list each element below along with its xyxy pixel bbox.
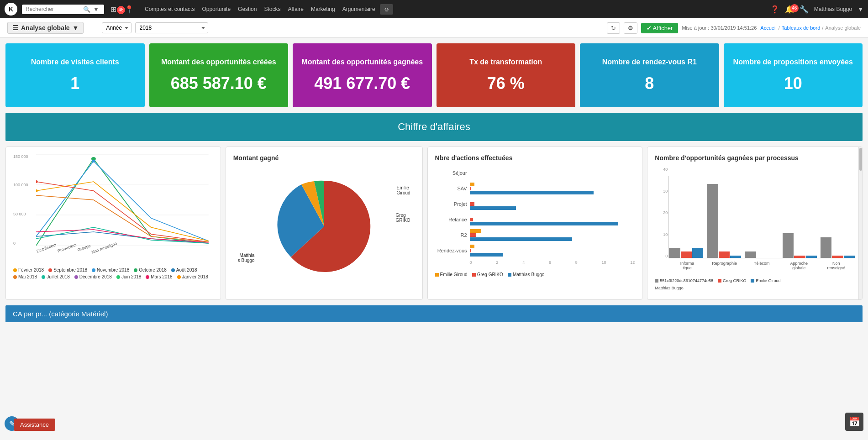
nav-gestion[interactable]: Gestion <box>238 6 257 12</box>
kpi-opportunites-gagnees[interactable]: Montant des opportunités gagnées 491 677… <box>293 43 432 107</box>
title-dropdown-icon[interactable]: ▼ <box>73 24 79 31</box>
xaxis-4: 4 <box>522 260 525 265</box>
kpi-tx-title: Tx de transformation <box>469 58 542 67</box>
chart-pie-montant[interactable]: Montant gagné EmilieGiroud GregGRIKO Mat… <box>226 147 423 300</box>
nav-opportunite[interactable]: Opportunité <box>202 6 231 12</box>
vbar-legend-dot-emilie <box>751 279 754 283</box>
legend-dot-7 <box>74 275 78 279</box>
x-label-producteur: Producteur <box>57 242 78 253</box>
chart-line-sales[interactable]: 150 000 100 000 50 000 0 <box>5 147 221 300</box>
legend-item-10: Janvier 2018 <box>177 274 208 279</box>
page-title[interactable]: ☰ Analyse globale ▼ <box>7 22 84 34</box>
line-chart-area: 150 000 100 000 50 000 0 <box>13 154 213 264</box>
nav-right-section: ❓ 🔔 46 🔧 Matthias Buggo ▼ <box>770 5 863 14</box>
nav-argumentaire[interactable]: Argumentaire <box>342 6 375 12</box>
legend-label-6: Juillet 2018 <box>47 274 70 279</box>
y-10: 10 <box>655 232 668 237</box>
legend-label-5: Mai 2018 <box>18 274 37 279</box>
filter-icon[interactable]: ▼ <box>93 6 99 13</box>
scroll-thumb[interactable] <box>859 148 862 171</box>
breadcrumb-current: Analyse globale <box>825 25 861 31</box>
afficher-button[interactable]: ✔ Afficher <box>641 23 679 33</box>
user-menu[interactable]: Matthias Buggo <box>814 6 852 12</box>
hbar-seg <box>470 222 619 225</box>
chart-vbar-opp[interactable]: Nombre d'opportunités gagnées par proces… <box>647 147 863 300</box>
hbar-legend-label-matthias: Matthias Buggo <box>513 272 545 277</box>
legend-item-5: Mai 2018 <box>13 274 37 279</box>
legend-label-2: Novembre 2018 <box>97 267 129 272</box>
legend-label-7: Décembre 2018 <box>79 274 112 279</box>
active-module-icon[interactable]: ☺ <box>380 4 393 15</box>
hbar-label-sav: SAV <box>435 186 467 191</box>
vbar-bar <box>719 251 730 258</box>
section-header-ca: Chiffre d'affaires <box>5 113 863 141</box>
kpi-visites-title: Nombre de visites clients <box>31 58 119 67</box>
vbar-group-approche <box>783 233 817 258</box>
hbar-seg <box>470 218 473 221</box>
vbar-legend-label-1: 551c3f220dc3610744774e58 <box>660 278 713 283</box>
hbar-xaxis: 0 2 4 6 8 10 12 <box>435 260 635 265</box>
hbar-seg <box>470 233 476 237</box>
hbar-bars-projet <box>470 198 635 210</box>
y-30: 30 <box>655 189 668 194</box>
vbar-bar <box>745 251 756 258</box>
app-logo[interactable]: K <box>5 3 17 16</box>
hbar-row-rdv: Rendez-vous <box>435 245 635 257</box>
vbar-legend-1: 551c3f220dc3610744774e58 <box>655 278 713 283</box>
chart-vbar-title: Nombre d'opportunités gagnées par proces… <box>655 154 855 162</box>
nav-marketing[interactable]: Marketing <box>311 6 335 12</box>
line-chart-svg <box>36 154 209 246</box>
kpi-tx-transformation[interactable]: Tx de transformation 76 % <box>437 43 576 107</box>
nav-stocks[interactable]: Stocks <box>264 6 280 12</box>
hbar-seg <box>470 206 516 210</box>
hbar-seg <box>470 191 594 194</box>
legend-item-6: Juillet 2018 <box>42 274 70 279</box>
settings-button[interactable]: ⚙ <box>624 22 637 34</box>
bell-group[interactable]: 🔔 46 <box>785 5 794 14</box>
vbar-group-non-renseigne <box>821 237 855 258</box>
svg-point-5 <box>36 180 38 183</box>
period-value-select[interactable]: 2018 <box>135 22 208 33</box>
hbar-row-projet: Projet <box>435 198 635 210</box>
bell-badge: 46 <box>790 4 799 12</box>
y-label-50k: 50 000 <box>13 212 26 216</box>
hbar-label-r2: R2 <box>435 232 467 238</box>
breadcrumb-accueil[interactable]: Accueil <box>760 25 776 31</box>
hbar-legend-dot-matthias <box>508 273 511 277</box>
y-label-150k: 150 000 <box>13 154 28 159</box>
nav-comptes[interactable]: Comptes et contacts <box>145 6 195 12</box>
charts-row: 150 000 100 000 50 000 0 <box>0 141 868 305</box>
search-bar[interactable]: 🔍 ▼ <box>22 5 104 14</box>
subheader-actions: ↻ ⚙ ✔ Afficher Mise à jour : 30/01/2019 … <box>607 22 861 34</box>
chart-hbar-actions[interactable]: Nbre d'actions effectuées Séjour SAV <box>427 147 643 300</box>
x-label-groupe: Groupe <box>77 243 91 252</box>
user-dropdown-icon[interactable]: ▼ <box>857 6 863 13</box>
breadcrumb-tableaux[interactable]: Tableaux de bord <box>782 25 820 31</box>
notification-group[interactable]: ⊞ 46 <box>109 5 118 14</box>
kpi-propositions[interactable]: Nombre de propositions envoyées 10 <box>724 43 863 107</box>
hbar-bars-relance <box>470 214 635 225</box>
kpi-rendez-vous[interactable]: Nombre de rendez-vous R1 8 <box>580 43 719 107</box>
legend-dot-3 <box>134 268 137 272</box>
refresh-button[interactable]: ↻ <box>607 22 620 34</box>
legend-item-8: Juin 2018 <box>116 274 141 279</box>
page-title-text: Analyse globale <box>21 24 70 31</box>
search-input[interactable] <box>26 6 80 12</box>
hbar-label-rdv: Rendez-vous <box>435 248 467 253</box>
scrollbar[interactable] <box>858 147 862 299</box>
kpi-opportunites-creees[interactable]: Montant des opportunités créées 685 587.… <box>149 43 289 107</box>
hbar-bars-rdv <box>470 245 635 257</box>
hbar-legend-label-greg: Greg GRIKO <box>477 272 503 277</box>
legend-item-0: Février 2018 <box>13 267 44 272</box>
notification-badge: 46 <box>117 6 125 14</box>
kpi-tx-value: 76 % <box>487 74 525 93</box>
vbar-group-telecom <box>745 251 779 258</box>
legend-dot-8 <box>116 275 120 279</box>
period-type-select[interactable]: Année <box>102 22 132 33</box>
nav-affaire[interactable]: Affaire <box>288 6 303 12</box>
kpi-visites[interactable]: Nombre de visites clients 1 <box>5 43 145 107</box>
hbar-bars-sejour <box>470 167 635 179</box>
help-icon[interactable]: ❓ <box>770 5 779 14</box>
vbar-bar <box>707 184 718 258</box>
wrench-icon[interactable]: 🔧 <box>800 5 809 14</box>
